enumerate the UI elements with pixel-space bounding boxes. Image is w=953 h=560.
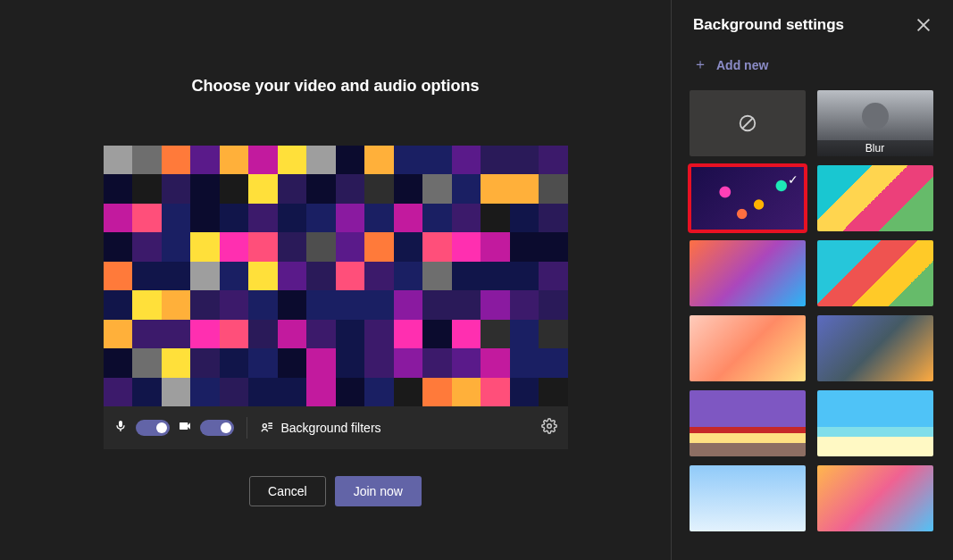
- background-tile-vote[interactable]: [817, 240, 933, 306]
- svg-point-1: [547, 424, 551, 429]
- add-new-label: Add new: [716, 58, 768, 72]
- background-tile-tropical[interactable]: [817, 165, 933, 231]
- controls-bar: Background filters: [104, 406, 568, 449]
- background-tile-sky[interactable]: [690, 465, 806, 531]
- background-tile-living[interactable]: [817, 315, 933, 381]
- svg-point-0: [263, 423, 266, 427]
- background-filters-label: Background filters: [281, 421, 381, 435]
- background-tile-none[interactable]: [690, 90, 806, 156]
- mic-icon: [113, 419, 129, 437]
- background-tile-blur[interactable]: Blur: [817, 90, 933, 156]
- cancel-button[interactable]: Cancel: [249, 476, 326, 506]
- plus-icon: ＋: [693, 55, 707, 74]
- main-area: Choose your video and audio options: [0, 0, 671, 560]
- add-new-button[interactable]: ＋ Add new: [672, 45, 953, 90]
- check-icon: ✓: [788, 172, 798, 187]
- close-button[interactable]: [915, 17, 932, 33]
- video-wrap: Background filters: [104, 146, 568, 449]
- background-options-scroll[interactable]: Blur ✓: [672, 90, 953, 560]
- camera-toggle[interactable]: [200, 420, 234, 436]
- background-settings-panel: Background settings ＋ Add new Blur ✓: [671, 0, 953, 560]
- background-options-grid: Blur ✓: [690, 90, 935, 531]
- background-tile-lights[interactable]: ✓: [690, 165, 806, 231]
- panel-title: Background settings: [693, 16, 844, 34]
- background-tile-cake[interactable]: [690, 315, 806, 381]
- background-filters-icon: [260, 420, 274, 437]
- background-tile-beach[interactable]: [817, 390, 933, 456]
- background-filters-button[interactable]: Background filters: [260, 420, 381, 437]
- mic-toggle[interactable]: [136, 420, 170, 436]
- divider: [247, 417, 247, 439]
- svg-line-3: [743, 119, 753, 129]
- background-tile-sunset[interactable]: [817, 465, 933, 531]
- page-title: Choose your video and audio options: [0, 77, 671, 96]
- settings-button[interactable]: [541, 418, 559, 438]
- background-tile-shelf[interactable]: [690, 390, 806, 456]
- background-tile-hands[interactable]: [690, 240, 806, 306]
- video-preview: [104, 146, 568, 406]
- blur-label: Blur: [817, 140, 933, 156]
- action-buttons: Cancel Join now: [0, 476, 671, 506]
- camera-icon: [177, 419, 193, 437]
- join-now-button[interactable]: Join now: [335, 476, 422, 506]
